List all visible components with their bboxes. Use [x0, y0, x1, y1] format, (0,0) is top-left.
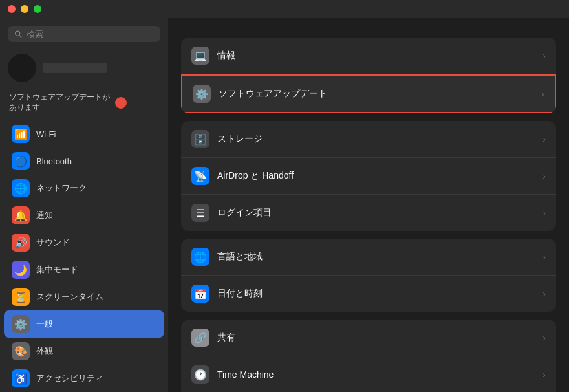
- settings-group-group4: 🔗共有›🕐Time Machine›🔄転送またはリセット›: [181, 320, 556, 392]
- sidebar-label-appearance: 外観: [36, 345, 53, 357]
- datetime-row-label: 日付と時刻: [217, 288, 542, 299]
- settings-group-group3: 🌐言語と地域›📅日付と時刻›: [181, 239, 556, 312]
- user-name-placeholder: [43, 63, 107, 73]
- login-row-icon: ☰: [191, 204, 209, 222]
- sidebar-item-wifi[interactable]: 📶Wi-Fi: [4, 120, 164, 147]
- main-layout: ソフトウェアアップデートがあります 📶Wi-Fi🔵Bluetooth🌐ネットワー…: [0, 18, 569, 392]
- avatar: [8, 54, 36, 82]
- svg-line-1: [19, 35, 21, 37]
- airdrop-chevron-icon: ›: [542, 171, 546, 181]
- settings-row-datetime[interactable]: 📅日付と時刻›: [181, 276, 556, 312]
- content-area: 💻情報›⚙️ソフトウェアアップデート›🗄️ストレージ›📡AirDrop と Ha…: [168, 18, 569, 392]
- datetime-chevron-icon: ›: [542, 289, 546, 299]
- sidebar-label-wifi: Wi-Fi: [36, 129, 56, 139]
- screentime-icon: ⏳: [12, 288, 30, 306]
- appearance-icon: 🎨: [12, 342, 30, 360]
- login-chevron-icon: ›: [542, 208, 546, 218]
- settings-group-group1: 💻情報›⚙️ソフトウェアアップデート›: [181, 38, 556, 113]
- update-badge: [115, 97, 127, 109]
- timemachine-chevron-icon: ›: [542, 369, 546, 380]
- language-chevron-icon: ›: [542, 252, 546, 262]
- close-button[interactable]: [8, 5, 16, 13]
- sidebar-label-bluetooth: Bluetooth: [36, 157, 72, 166]
- search-wrapper: [8, 26, 160, 42]
- settings-row-sharing[interactable]: 🔗共有›: [181, 320, 556, 356]
- airdrop-row-label: AirDrop と Handoff: [217, 170, 542, 182]
- info-row-label: 情報: [217, 50, 542, 61]
- maximize-button[interactable]: [34, 5, 41, 13]
- wifi-icon: 📶: [12, 125, 30, 143]
- settings-row-airdrop[interactable]: 📡AirDrop と Handoff›: [181, 158, 556, 195]
- sound-icon: 🔊: [12, 234, 30, 252]
- settings-row-language[interactable]: 🌐言語と地域›: [181, 239, 556, 276]
- bluetooth-icon: 🔵: [12, 152, 30, 170]
- sharing-chevron-icon: ›: [542, 332, 546, 343]
- softwareupdate-row-label: ソフトウェアアップデート: [219, 88, 541, 100]
- login-row-label: ログイン項目: [217, 207, 542, 219]
- sidebar-label-general: 一般: [36, 318, 53, 330]
- search-bar: [8, 26, 160, 42]
- sidebar-label-notify: 通知: [36, 210, 53, 221]
- search-input[interactable]: [27, 29, 154, 39]
- sidebar-item-accessibility[interactable]: ♿アクセシビリティ: [4, 365, 164, 392]
- airdrop-row-icon: 📡: [191, 167, 209, 185]
- sharing-row-label: 共有: [217, 332, 542, 343]
- settings-row-login[interactable]: ☰ログイン項目›: [181, 195, 556, 231]
- softwareupdate-chevron-icon: ›: [541, 89, 544, 99]
- sidebar-item-notify[interactable]: 🔔通知: [4, 202, 164, 229]
- settings-row-softwareupdate[interactable]: ⚙️ソフトウェアアップデート›: [181, 74, 556, 113]
- info-row-icon: 💻: [191, 47, 209, 65]
- update-text: ソフトウェアアップデートがあります: [9, 93, 110, 113]
- softwareupdate-row-icon: ⚙️: [193, 85, 211, 103]
- timemachine-row-label: Time Machine: [217, 369, 542, 380]
- sidebar-nav: 📶Wi-Fi🔵Bluetooth🌐ネットワーク🔔通知🔊サウンド🌙集中モード⏳スク…: [0, 120, 168, 392]
- timemachine-row-icon: 🕐: [191, 365, 209, 384]
- settings-content: 💻情報›⚙️ソフトウェアアップデート›🗄️ストレージ›📡AirDrop と Ha…: [181, 38, 556, 392]
- sidebar-item-screentime[interactable]: ⏳スクリーンタイム: [4, 283, 164, 310]
- accessibility-icon: ♿: [12, 369, 30, 387]
- sidebar-item-network[interactable]: 🌐ネットワーク: [4, 175, 164, 202]
- title-bar: [0, 0, 569, 18]
- sidebar-label-accessibility: アクセシビリティ: [36, 373, 103, 384]
- storage-chevron-icon: ›: [542, 134, 546, 144]
- svg-point-0: [16, 31, 20, 36]
- settings-row-storage[interactable]: 🗄️ストレージ›: [181, 121, 556, 158]
- minimize-button[interactable]: [21, 5, 28, 13]
- settings-row-timemachine[interactable]: 🕐Time Machine›: [181, 356, 556, 392]
- focus-icon: 🌙: [12, 261, 30, 279]
- language-row-icon: 🌐: [191, 248, 209, 266]
- user-profile: [0, 49, 168, 90]
- sidebar: ソフトウェアアップデートがあります 📶Wi-Fi🔵Bluetooth🌐ネットワー…: [0, 18, 168, 392]
- notify-icon: 🔔: [12, 206, 30, 224]
- sidebar-item-general[interactable]: ⚙️一般: [4, 310, 164, 338]
- language-row-label: 言語と地域: [217, 251, 542, 263]
- sidebar-item-focus[interactable]: 🌙集中モード: [4, 256, 164, 283]
- update-notice[interactable]: ソフトウェアアップデートがあります: [0, 90, 168, 120]
- sidebar-item-appearance[interactable]: 🎨外観: [4, 338, 164, 365]
- general-icon: ⚙️: [12, 315, 30, 333]
- sharing-row-icon: 🔗: [191, 329, 209, 347]
- settings-row-info[interactable]: 💻情報›: [181, 38, 556, 74]
- settings-group-group2: 🗄️ストレージ›📡AirDrop と Handoff›☰ログイン項目›: [181, 121, 556, 231]
- datetime-row-icon: 📅: [191, 285, 209, 303]
- sidebar-label-focus: 集中モード: [36, 264, 78, 276]
- storage-row-label: ストレージ: [217, 133, 542, 145]
- sidebar-label-sound: サウンド: [36, 237, 70, 248]
- sidebar-item-sound[interactable]: 🔊サウンド: [4, 229, 164, 256]
- network-icon: 🌐: [12, 179, 30, 197]
- info-chevron-icon: ›: [542, 50, 546, 61]
- storage-row-icon: 🗄️: [191, 130, 209, 148]
- sidebar-label-network: ネットワーク: [36, 182, 87, 194]
- sidebar-item-bluetooth[interactable]: 🔵Bluetooth: [4, 147, 164, 175]
- section-title: [181, 18, 556, 38]
- sidebar-label-screentime: スクリーンタイム: [36, 291, 103, 303]
- search-icon: [14, 30, 23, 39]
